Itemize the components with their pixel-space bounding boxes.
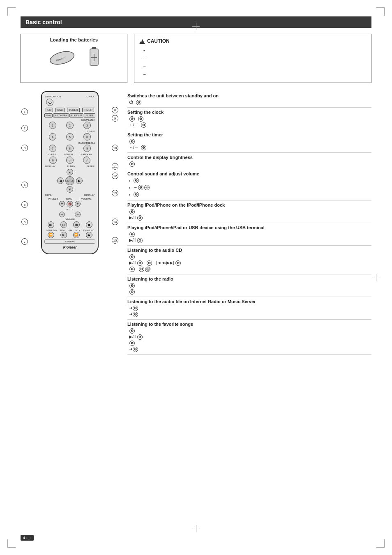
instruction-display: Control the display brightness ❺ [127,153,371,169]
nav-up-btn[interactable]: ▲ [67,169,73,175]
audio-in-btn[interactable]: AUDIO IN [69,113,84,117]
next-btn[interactable]: ⏭ [73,221,80,228]
crosshair-right [372,274,380,281]
fast-fwd-btn[interactable]: ⏩ [73,232,80,238]
tune-minus-label: TUNE– [65,198,74,200]
preset-btns: + 🔇 + [59,201,81,207]
remote-num-grid-3: 7 8 9 [44,145,95,152]
callout-9: 9 [112,115,118,122]
num-9-btn[interactable]: 9 [83,145,91,152]
corner-mark-br [376,539,385,548]
instruction-favorites-body: ❷ ▶/II ❻ ❶ ➜❷ [127,327,371,352]
num-ref-ir1: ❷ [133,306,138,311]
num-3-btn[interactable]: 3 [83,122,91,129]
play-btn[interactable]: ▶ [60,232,67,238]
random-btn[interactable]: ⇌ [83,157,90,164]
tune-plus-btn[interactable]: + [75,201,81,207]
equalizer-label: EQUALIZER [44,119,95,121]
cd-btn[interactable]: CD [46,108,53,112]
num-ref-cd6: ❶ [139,267,144,272]
page-number: 4 E_II [21,535,34,541]
remote-power-row: ⏻ [44,99,95,106]
num-ref-c1: ❻ [129,116,135,122]
preset-minus-btn[interactable]: – [59,212,65,217]
network-btn[interactable]: NETWORK [53,113,69,117]
callout-7: 7 [21,238,28,245]
instruction-volume-title: Control sound and adjust volume [127,171,371,176]
num-7-btn[interactable]: 7 [49,145,56,152]
num-ref-cd4: ❻ [175,260,181,266]
nav-down-btn[interactable]: ▼ [67,186,73,193]
middle-area: 1 2 3 4 5 6 7 STANDBY/ON CLOCK ⏻ [21,91,371,355]
caution-line3: – [143,71,366,78]
instruction-internet-radio: Listening to the audio file on Internet … [127,297,371,320]
caution-line1: – [143,55,366,62]
instruction-clock-title: Setting the clock [127,110,371,115]
num-1-btn[interactable]: 1 [49,122,56,129]
num-5-btn[interactable]: 5 [66,133,74,140]
prev-btn[interactable]: ⏮ [48,221,54,228]
instruction-clock: Setting the clock ❻ ❹ ←/→ ❻ [127,108,371,130]
instruction-standby: Switches the unit between standby and on… [127,91,371,108]
num-ref-r1: ❷ [129,283,135,288]
sleep-btn[interactable]: SLEEP [84,113,95,117]
callout-11: 11 [112,163,118,170]
caution-bullet: • [143,48,366,54]
callout-numbers-right: 8 9 10 11 12 13 14 15 [108,91,119,355]
option-label: OPTION [65,240,74,243]
instruction-timer: Setting the timer ❺ ←/→ ❻ [127,130,371,153]
callout-4: 4 [21,182,28,188]
nav-right-btn[interactable]: ▶ [76,177,83,184]
rewind-btn[interactable]: ⏪ [48,232,54,238]
callout-2: 2 [21,125,28,131]
num-ref-u1: ❷ [129,232,135,237]
callout-10: 10 [112,145,118,151]
remote-zero-row: 0 ↺ ⇌ [44,157,95,164]
num-4-btn[interactable]: 4 [49,133,56,140]
remote-nav: ▲ ◀ ENTER ▶ ▼ [44,169,95,193]
callout-13: 13 [112,190,118,196]
instructions-panel: Switches the unit between standby and on… [127,91,371,355]
dimmer-label: DIMMER [44,218,95,221]
instruction-cd-body: ❷ ▶/II ❻ ❻ |◄◄/▶▶| ❻ ❷ ❶⓪ [127,253,371,272]
display-tune-labels: DISPLAY TUNE+ SLEEP [44,165,95,168]
num-ref-f1: ❷ [129,328,135,334]
mute-btn[interactable]: 🔇 [67,201,73,207]
num-ref-d1: ❺ [129,161,135,167]
preset-label: PRESET [48,198,58,200]
callout-12: 12 [112,173,118,179]
remote-num-grid-2: 4 5 6 [44,133,95,140]
num-2-btn[interactable]: 2 [66,122,74,129]
stop-btn[interactable]: ⏹ [86,221,92,228]
instruction-volume: Control sound and adjust volume • ❸ • – … [127,169,371,200]
nav-left-btn[interactable]: ◀ [57,177,64,184]
instruction-radio-title: Listening to the radio [127,276,371,281]
remote-nav-mid: ◀ ENTER ▶ [57,176,83,185]
num-6-btn[interactable]: 6 [83,133,91,140]
timer-btn[interactable]: TIMER [82,108,94,112]
instruction-usb: Playing iPod/iPhone/iPad or USB device u… [127,223,371,246]
num-8-btn[interactable]: 8 [66,145,74,152]
eject-btn[interactable]: ⏏ [86,232,92,238]
remote-sketch: REMOTE [48,46,85,68]
preset-plus-btn[interactable]: + [59,201,65,207]
tune-minus-btn[interactable]: – [75,212,81,217]
num-ref-r2: ❽ [129,289,135,295]
num-ref-u2: ❻ [137,238,143,243]
callout-3: 3 [21,145,28,151]
battery-image: REMOTE [25,46,123,68]
remote-power-btn[interactable]: ⏻ [46,99,53,106]
repeat-btn[interactable]: ↺ [66,157,74,164]
num-ref-i1: ❷ [129,209,135,214]
instruction-usb-title: Playing iPod/iPhone/iPad or USB device u… [127,225,371,230]
num-ref-cd2: ❻ [137,260,143,266]
ipod-btn[interactable]: iPod [44,113,53,117]
basstreble-label: BASS/TREBLE [44,142,95,144]
mute-label-row: MUTE [44,208,95,211]
num-0-btn[interactable]: 0 [49,157,57,164]
volume-label: VOLUME [81,198,91,200]
usb-btn[interactable]: USB [55,108,64,112]
tuner-btn[interactable]: TUNER [67,108,79,112]
play-pause-btn[interactable]: ⏯ [60,221,67,228]
nav-enter-btn[interactable]: ENTER [65,176,74,185]
